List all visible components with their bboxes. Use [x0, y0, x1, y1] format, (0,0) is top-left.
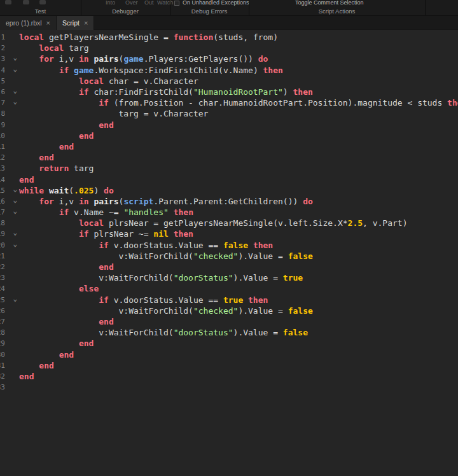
toolbar-icon-fragment[interactable]: [23, 0, 29, 4]
code-line[interactable]: 30 end: [0, 349, 458, 360]
code-line[interactable]: 33: [0, 382, 458, 393]
code-line[interactable]: 24 else: [0, 283, 458, 294]
line-number: 20: [0, 241, 5, 249]
fold-chevron-icon[interactable]: ⌄: [5, 240, 19, 248]
code-line[interactable]: 26 v:WaitForChild("checked").Value = fal…: [0, 305, 458, 316]
fold-chevron-icon[interactable]: ⌄: [5, 53, 19, 62]
code-text: end: [19, 372, 34, 381]
code-text: end: [19, 262, 114, 272]
code-line[interactable]: 7⌄ if (from.Position - char.HumanoidRoot…: [0, 97, 458, 108]
step-out-button[interactable]: Out: [144, 0, 154, 6]
code-text: end: [19, 153, 54, 162]
code-line[interactable]: 21 v:WaitForChild("checked").Value = fal…: [0, 251, 458, 262]
line-number: 11: [0, 143, 5, 151]
code-line[interactable]: 31 end: [0, 360, 458, 371]
line-number: 28: [0, 328, 5, 337]
code-text: if plrsNear ~= nil then: [19, 229, 193, 239]
fold-chevron-icon[interactable]: ⌄: [5, 228, 19, 237]
document-tabbar: epro (1).rbxl × Script ×: [0, 16, 458, 30]
code-line[interactable]: 16⌄ for i,v in pairs(script.Parent.Paren…: [0, 196, 458, 207]
line-number: 6: [0, 88, 5, 96]
code-text: if v.doorStatus.Value == true then: [19, 295, 268, 305]
ribbon-group-debugger: Debugger: [81, 8, 170, 15]
code-text: v:WaitForChild("checked").Value = false: [19, 306, 313, 316]
line-number: 13: [0, 164, 5, 172]
line-number: 15: [0, 186, 5, 195]
code-text: end: [19, 350, 74, 360]
code-line[interactable]: 13 return targ: [0, 163, 458, 174]
code-line[interactable]: 29 end: [0, 338, 458, 349]
code-text: local targ: [19, 43, 89, 53]
code-line[interactable]: 12 end: [0, 152, 458, 163]
code-line[interactable]: 2 local targ: [0, 43, 458, 53]
code-line[interactable]: 1local getPlayersNearMeSingle = function…: [0, 32, 458, 43]
code-text: end: [19, 317, 114, 326]
code-line[interactable]: 4⌄ if game.Workspace:FindFirstChild(v.Na…: [0, 65, 458, 76]
code-line[interactable]: 18 local plrsNear = getPlayersNearMeSing…: [0, 218, 458, 228]
code-text: return targ: [19, 164, 94, 173]
code-line[interactable]: 22 end: [0, 262, 458, 272]
tab-label: epro (1).rbxl: [6, 19, 42, 27]
step-over-button[interactable]: Over: [125, 0, 138, 6]
code-line[interactable]: 25⌄ if v.doorStatus.Value == true then: [0, 295, 458, 305]
line-number: 22: [0, 263, 5, 271]
code-line[interactable]: 3⌄ for i,v in pairs(game.Players:GetPlay…: [0, 53, 458, 64]
code-line[interactable]: 9 end: [0, 120, 458, 130]
code-line[interactable]: 6⌄ if char:FindFirstChild("HumanoidRootP…: [0, 87, 458, 97]
line-number: 12: [0, 153, 5, 162]
toggle-comment-selection-button[interactable]: Toggle Comment Selection: [295, 0, 364, 6]
fold-chevron-icon[interactable]: ⌄: [5, 97, 19, 106]
line-number: 9: [0, 121, 5, 129]
code-line[interactable]: 20⌄ if v.doorStatus.Value == false then: [0, 240, 458, 251]
code-line[interactable]: 10 end: [0, 130, 458, 141]
on-unhandled-exceptions-checkbox[interactable]: [174, 1, 179, 6]
fold-chevron-icon[interactable]: ⌄: [5, 295, 19, 303]
code-line[interactable]: 28 v:WaitForChild("doorStatus").Value = …: [0, 327, 458, 338]
ribbon-separator: [425, 0, 426, 15]
toolbar-icon-fragment[interactable]: [39, 0, 46, 4]
code-line[interactable]: 11 end: [0, 141, 458, 152]
fold-chevron-icon[interactable]: ⌄: [5, 185, 19, 193]
ribbon-group-test: Test: [0, 8, 81, 15]
line-number: 14: [0, 176, 5, 184]
code-text: v:WaitForChild("doorStatus").Value = tru…: [19, 273, 303, 283]
close-icon[interactable]: ×: [46, 20, 50, 27]
script-editor[interactable]: 1local getPlayersNearMeSingle = function…: [0, 30, 458, 476]
code-line[interactable]: 5 local char = v.Character: [0, 76, 458, 87]
code-line[interactable]: 23 v:WaitForChild("doorStatus").Value = …: [0, 272, 458, 283]
watch-button[interactable]: Watch: [157, 0, 173, 6]
code-text: while wait(.025) do: [19, 186, 114, 195]
toolbar-icon-fragment[interactable]: [5, 0, 11, 4]
code-text: local getPlayersNearMeSingle = function(…: [19, 32, 278, 42]
tab-script[interactable]: Script ×: [57, 16, 94, 30]
close-icon[interactable]: ×: [84, 20, 88, 27]
code-line[interactable]: 15⌄while wait(.025) do: [0, 185, 458, 196]
code-text: if game.Workspace:FindFirstChild(v.Name)…: [19, 66, 283, 75]
code-text: v:WaitForChild("checked").Value = false: [19, 251, 313, 261]
ribbon-group-script-actions: Script Actions: [249, 8, 425, 15]
code-line[interactable]: 27 end: [0, 316, 458, 327]
line-number: 2: [0, 44, 5, 52]
code-text: end: [19, 131, 94, 141]
fold-chevron-icon[interactable]: ⌄: [5, 87, 19, 95]
code-line[interactable]: 8 targ = v.Character: [0, 108, 458, 119]
fold-chevron-icon[interactable]: ⌄: [5, 207, 19, 215]
code-text: v:WaitForChild("doorStatus").Value = fal…: [19, 328, 308, 337]
line-number: 26: [0, 307, 5, 315]
tab-place-file[interactable]: epro (1).rbxl ×: [0, 16, 57, 30]
code-text: end: [19, 339, 94, 348]
code-line[interactable]: 19⌄ if plrsNear ~= nil then: [0, 228, 458, 239]
code-text: end: [19, 120, 114, 130]
code-text: if char:FindFirstChild("HumanoidRootPart…: [19, 87, 313, 97]
code-line[interactable]: 17⌄ if v.Name ~= "handles" then: [0, 207, 458, 218]
fold-chevron-icon[interactable]: ⌄: [5, 65, 19, 73]
line-number: 31: [0, 361, 5, 370]
line-number: 10: [0, 132, 5, 140]
tab-label: Script: [62, 19, 80, 27]
line-number: 27: [0, 318, 5, 326]
code-line[interactable]: 32end: [0, 371, 458, 382]
code-line[interactable]: 14end: [0, 174, 458, 185]
fold-chevron-icon[interactable]: ⌄: [5, 196, 19, 204]
line-number: 3: [0, 55, 5, 63]
step-into-button[interactable]: Into: [106, 0, 115, 6]
